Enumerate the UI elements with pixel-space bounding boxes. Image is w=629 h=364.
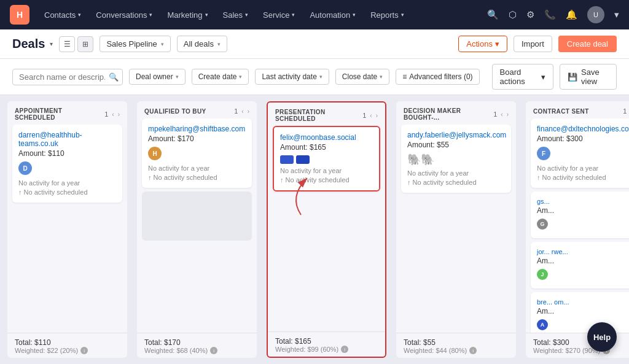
list-view-btn[interactable]: ☰ — [59, 36, 75, 52]
save-view-button[interactable]: 💾 Save view — [560, 64, 617, 90]
column-nav-left[interactable]: ‹ — [112, 111, 114, 118]
pipeline-dropdown[interactable]: Sales Pipeline ▾ — [100, 36, 170, 52]
column-nav-right[interactable]: › — [376, 112, 378, 119]
deal-card[interactable]: finance@dxltechnologies.com Amount: $300… — [531, 118, 629, 188]
card-amount: Amount: $165 — [280, 143, 373, 152]
account-chevron[interactable]: ▾ — [614, 9, 619, 20]
notifications-icon[interactable]: 🔔 — [566, 9, 577, 20]
filter-label: All deals — [184, 39, 214, 48]
board-actions-arrow: ▾ — [541, 72, 545, 82]
create-date-arrow: ▾ — [239, 74, 242, 80]
import-button[interactable]: Import — [514, 36, 552, 52]
nav-conversations[interactable]: Conversations ▾ — [88, 0, 160, 29]
help-button[interactable]: Help — [587, 322, 617, 352]
info-icon[interactable]: i — [80, 347, 88, 354]
deal-card[interactable]: gs... Am... G — [531, 192, 629, 238]
nav-reports[interactable]: Reports ▾ — [363, 0, 412, 29]
filters-bar: 🔍 Deal owner ▾ Create date ▾ Last activi… — [0, 59, 629, 95]
col-weighted: Weighted: $270 (90%) i — [533, 347, 629, 354]
advanced-filters-btn[interactable]: ≡ Advanced filters (0) — [396, 69, 479, 85]
column-nav-right[interactable]: › — [118, 111, 120, 118]
column-title: PRESENTATION SCHEDULED — [275, 109, 359, 122]
column-nav-right[interactable]: › — [248, 108, 249, 115]
pipeline-arrow: ▾ — [161, 41, 164, 47]
search-box[interactable]: 🔍 — [12, 69, 123, 85]
deal-card[interactable]: darren@healthhub-teams.co.uk Amount: $11… — [12, 125, 122, 203]
sales-chevron: ▾ — [245, 12, 248, 18]
deal-card[interactable]: bre... om... Am... A — [531, 292, 629, 333]
conversations-chevron: ▾ — [149, 12, 152, 18]
card-amount: Amount: $300 — [537, 134, 629, 143]
col-total: Total: $165 — [275, 337, 378, 346]
last-activity-filter[interactable]: Last activity date ▾ — [255, 69, 329, 85]
card-amount: Am... — [537, 307, 629, 316]
column-contract-sent: CONTRACT SENT 1 ‹ › finance@dxltechnolog… — [526, 101, 629, 358]
board-actions-button[interactable]: Board actions ▾ — [492, 64, 554, 90]
board-area: APPOINTMENT SCHEDULED 1 ‹ › darren@healt… — [0, 95, 629, 364]
nav-contacts[interactable]: Contacts ▾ — [37, 0, 88, 29]
column-count: 1 — [362, 112, 366, 119]
deal-owner-filter[interactable]: Deal owner ▾ — [129, 69, 186, 85]
card-scheduled: ↑ No activity scheduled — [407, 178, 505, 187]
column-body: mpekelharing@shiftbase.com Amount: $170 … — [137, 118, 257, 333]
card-scheduled: ↑ No activity scheduled — [280, 176, 373, 185]
create-deal-button[interactable]: Create deal — [558, 36, 617, 52]
column-nav-left[interactable]: ‹ — [241, 108, 243, 115]
ghost-card — [142, 192, 252, 241]
deal-card[interactable]: andy.faberlie@jellysmack.com Amount: $55… — [401, 125, 511, 193]
column-body: felix@moonbase.social Amount: $165 No ac… — [268, 126, 385, 331]
deal-card[interactable]: jor... rwe... Am... J — [531, 242, 629, 288]
search-icon[interactable]: 🔍 — [487, 9, 499, 20]
nav-marketing[interactable]: Marketing ▾ — [160, 0, 215, 29]
column-body: andy.faberlie@jellysmack.com Amount: $55… — [396, 125, 516, 333]
card-email: andy.faberlie@jellysmack.com — [407, 131, 505, 139]
card-email: mpekelharing@shiftbase.com — [148, 125, 246, 133]
create-date-filter[interactable]: Create date ▾ — [192, 69, 249, 85]
actions-arrow: ▾ — [495, 39, 499, 48]
column-decision-maker: DECISION MAKER BOUGHT-... 1 ‹ › andy.fab… — [396, 101, 516, 358]
column-nav-left[interactable]: ‹ — [501, 111, 502, 118]
emoji-1 — [280, 155, 294, 164]
column-footer: Total: $165 Weighted: $99 (60%) i — [268, 331, 385, 357]
column-title: DECISION MAKER BOUGHT-... — [404, 107, 490, 121]
filter-dropdown[interactable]: All deals ▾ — [177, 36, 227, 52]
column-nav-right[interactable]: › — [507, 111, 509, 118]
column-title: QUALIFIED TO BUY — [144, 108, 230, 115]
deal-card[interactable]: felix@moonbase.social Amount: $165 No ac… — [273, 126, 380, 192]
settings-icon[interactable]: ⚙ — [526, 9, 534, 20]
phone-icon[interactable]: 📞 — [544, 9, 556, 20]
nav-automation[interactable]: Automation ▾ — [302, 0, 363, 29]
column-header: DECISION MAKER BOUGHT-... 1 ‹ › — [396, 101, 516, 125]
avatar: G — [537, 219, 548, 230]
reports-chevron: ▾ — [401, 12, 404, 18]
nav-service[interactable]: Service ▾ — [256, 0, 302, 29]
search-input[interactable] — [19, 72, 105, 82]
title-dropdown-icon[interactable]: ▾ — [50, 41, 53, 47]
marketplace-icon[interactable]: ⬡ — [509, 9, 517, 20]
column-count: 1 — [623, 107, 627, 115]
column-title: CONTRACT SENT — [533, 108, 619, 115]
contacts-chevron: ▾ — [78, 12, 81, 18]
toolbar: Deals ▾ ☰ ⊞ Sales Pipeline ▾ All deals ▾… — [0, 29, 629, 59]
info-icon[interactable]: i — [469, 347, 477, 354]
hubspot-logo[interactable]: H — [10, 5, 29, 25]
user-avatar[interactable]: U — [587, 6, 604, 23]
card-amount: Amount: $170 — [148, 134, 246, 143]
card-activity: No activity for a year — [407, 169, 505, 178]
column-body: finance@dxltechnologies.com Amount: $300… — [526, 118, 629, 333]
info-icon[interactable]: i — [341, 346, 348, 353]
card-activity: No activity for a year — [280, 166, 373, 176]
nav-sales[interactable]: Sales ▾ — [216, 0, 256, 29]
card-amount: Amount: $55 — [407, 141, 505, 149]
service-chevron: ▾ — [292, 12, 295, 18]
board-view-btn[interactable]: ⊞ — [77, 36, 93, 52]
column-nav-left[interactable]: ‹ — [370, 112, 372, 119]
actions-button[interactable]: Actions ▾ — [458, 36, 507, 52]
avatar: A — [537, 319, 548, 330]
column-footer: Total: $110 Weighted: $22 (20%) i — [7, 333, 127, 358]
info-icon[interactable]: i — [210, 347, 217, 354]
close-date-filter[interactable]: Close date ▾ — [335, 69, 389, 85]
avatar: D — [18, 161, 32, 175]
deal-card[interactable]: mpekelharing@shiftbase.com Amount: $170 … — [142, 118, 252, 188]
page-title: Deals — [12, 37, 45, 51]
